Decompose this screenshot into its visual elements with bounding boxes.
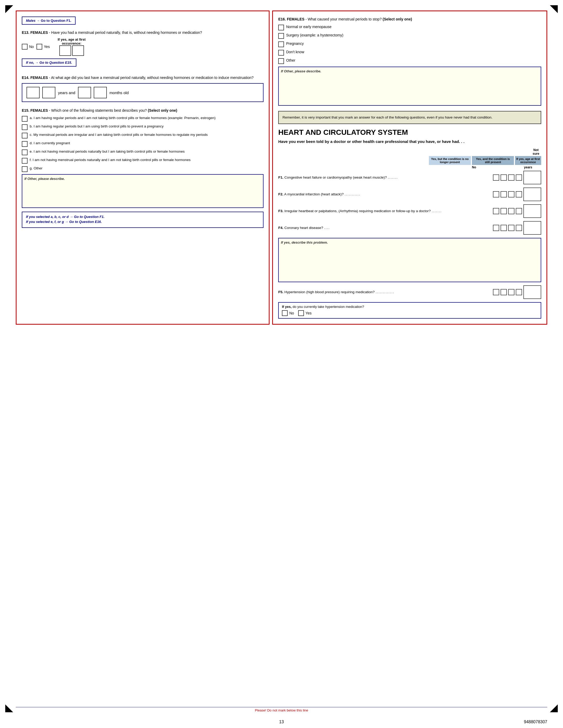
f5-checkbox-notsure[interactable] — [501, 289, 507, 295]
e13-age-input-2[interactable] — [72, 45, 84, 56]
e16-describe-box: If Other, please describe. — [278, 67, 541, 106]
remember-box: Remember, it is very important that you … — [278, 111, 541, 124]
e16-opt-3: Pregnancy — [278, 41, 541, 47]
e16-checkbox-1[interactable] — [278, 25, 284, 30]
f5-sub-yes-checkbox[interactable] — [298, 310, 304, 316]
f3-checkbox-notsure[interactable] — [501, 208, 507, 214]
e14-years-box-1[interactable] — [26, 87, 40, 98]
f2-checkbox-yesstill[interactable] — [516, 191, 522, 197]
right-column: E16. FEMALES - What caused your menstrua… — [272, 10, 547, 325]
f4-text: Coronary heart disease? . . . . — [284, 226, 329, 230]
f5-sub-box: If yes, do you currently take hypertensi… — [278, 302, 541, 319]
e13-no-label: No — [29, 45, 34, 49]
f1-year-input[interactable] — [523, 171, 541, 184]
e14-months-box-2[interactable] — [94, 87, 107, 98]
f1-checkbox-yesnolonger[interactable] — [508, 174, 514, 181]
e13-age-input-1[interactable] — [59, 45, 71, 56]
nav-arrow-top: → — [36, 19, 40, 23]
f3-year-input[interactable] — [523, 204, 541, 218]
f1-checkbox-yesstill[interactable] — [516, 174, 522, 181]
e16-checkbox-5[interactable] — [278, 58, 284, 64]
e16-opt-1-text: Normal or early menopause — [286, 25, 332, 29]
e14-years-months-row: years and months old — [22, 83, 263, 102]
e16-checkbox-3[interactable] — [278, 41, 284, 47]
e16-checkbox-2[interactable] — [278, 33, 284, 39]
f4-checkbox-no[interactable] — [493, 225, 499, 231]
e13-answer-row: No Yes If yes, age at firstoccurrence: — [22, 38, 263, 56]
f5-year-input[interactable] — [523, 285, 541, 299]
f1-checkbox-notsure[interactable] — [501, 174, 507, 181]
f4-checks — [493, 221, 541, 235]
e15-nav-efg-arrow: → Go to Question E16. — [65, 220, 102, 224]
e15-checkbox-e[interactable] — [22, 149, 28, 155]
e15-option-g: g. Other — [22, 166, 263, 172]
f4-checkbox-notsure[interactable] — [501, 225, 507, 231]
f3-label: F3. Irregular heartbeat or palpitations,… — [278, 208, 493, 214]
e15-checkbox-c[interactable] — [22, 133, 28, 138]
e15-option-d: d. I am currently pregnant — [22, 141, 263, 147]
f3-checkbox-yesstill[interactable] — [516, 208, 522, 214]
f5-sub-no-checkbox[interactable] — [282, 310, 288, 316]
f5-checkbox-yesnolonger[interactable] — [508, 289, 514, 295]
page: Males → Go to Question F1. E13. FEMALES … — [0, 0, 563, 728]
f2-checkbox-no[interactable] — [493, 191, 499, 197]
e16-opt-1: Normal or early menopause — [278, 25, 541, 30]
f3-checkbox-no[interactable] — [493, 208, 499, 214]
e15-opt-a-text: a. I am having regular periods and I am … — [30, 115, 215, 121]
e16-checkbox-4[interactable] — [278, 50, 284, 56]
f1-num: F1. — [278, 175, 284, 179]
e16-num: E16. — [278, 17, 286, 21]
e13-no-checkbox[interactable] — [22, 44, 28, 50]
e15-checkbox-f[interactable] — [22, 158, 28, 164]
e16-opt-5: Other — [278, 58, 541, 64]
heart-subtitle: Have you ever been told by a doctor or o… — [278, 139, 541, 145]
e16-select: (Select only one) — [383, 17, 412, 21]
f4-checkbox-yesnolonger[interactable] — [508, 225, 514, 231]
f3-checkbox-yesnolonger[interactable] — [508, 208, 514, 214]
f4-num: F4. — [278, 226, 284, 230]
e16-opt-4: Don't know — [278, 50, 541, 56]
footer-donot-text: Please! Do not mark below this line — [16, 708, 547, 712]
corner-mark-bl — [5, 704, 13, 712]
e15-checkbox-g[interactable] — [22, 166, 28, 172]
e13-num: E13. — [22, 30, 29, 35]
f2-text: A myocardial infarction (heart attack)? … — [284, 192, 360, 196]
e15-checkbox-b[interactable] — [22, 124, 28, 130]
col-header-row1: Not sure — [278, 148, 541, 156]
f4-year-input[interactable] — [523, 221, 541, 235]
page-number: 13 — [279, 720, 284, 724]
e15-opt-f-text: f. I am not having menstrual periods nat… — [30, 157, 190, 163]
main-layout: Males → Go to Question F1. E13. FEMALES … — [16, 10, 547, 325]
f5-checkbox-yesstill[interactable] — [516, 289, 522, 295]
f5-checkbox-no[interactable] — [493, 289, 499, 295]
f2-num: F2. — [278, 192, 284, 196]
e15-nav-efg: If you selected e, f, or g → Go to Quest… — [26, 220, 259, 224]
f2-checkbox-notsure[interactable] — [501, 191, 507, 197]
e15-checkbox-a[interactable] — [22, 116, 28, 122]
question-e14: E14. FEMALES - At what age did you last … — [22, 75, 263, 102]
e14-females: FEMALES — [30, 76, 48, 80]
col-ifyes-header: If yes, age at first occurrence — [515, 156, 541, 165]
f5-sub-label: If yes, do you currently take hypertensi… — [282, 305, 538, 309]
f3-num: F3. — [278, 209, 284, 213]
e15-checkbox-d[interactable] — [22, 141, 28, 147]
f5-sub-yes-item: Yes — [298, 310, 312, 316]
f2-year-input[interactable] — [523, 188, 541, 201]
f1-checkbox-no[interactable] — [493, 174, 499, 181]
col-header-row3: No years — [278, 165, 541, 169]
f4-checkbox-yesstill[interactable] — [516, 225, 522, 231]
e15-option-e: e. I am not having menstrual periods nat… — [22, 149, 263, 155]
e16-opt-2-text: Surgery (example: a hysterectomy) — [286, 33, 343, 37]
e14-months-box-1[interactable] — [78, 87, 91, 98]
nav-goto-top: Go to Question F1. — [41, 19, 71, 23]
e13-ifno-box: If no, → Go to Question E15. — [22, 58, 76, 67]
f1-label: F1. Congestive heart failure or cardiomy… — [278, 175, 493, 180]
e16-text: - What caused your menstrual periods to … — [306, 17, 383, 21]
e13-yes-checkbox[interactable] — [36, 44, 42, 50]
e14-years-box-2[interactable] — [42, 87, 55, 98]
corner-mark-tr — [550, 5, 558, 13]
f2-checkbox-yesnolonger[interactable] — [508, 191, 514, 197]
e14-label: E14. FEMALES - At what age did you last … — [22, 75, 263, 81]
e15-opt-e-text: e. I am not having menstrual periods nat… — [30, 149, 185, 154]
e15-describe-area — [24, 182, 261, 205]
